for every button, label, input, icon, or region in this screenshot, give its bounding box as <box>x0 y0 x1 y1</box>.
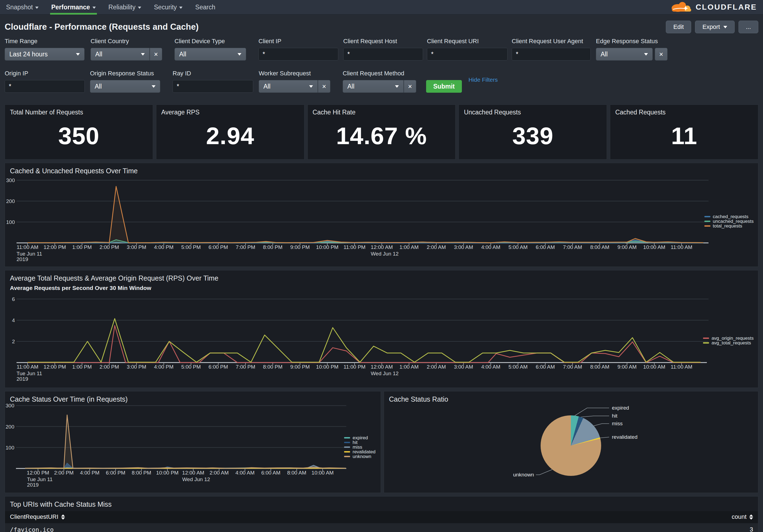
x-axis-date-label: Tue Jun 11 <box>17 251 42 257</box>
series-total_requests <box>28 187 703 243</box>
kpi-title: Average RPS <box>161 109 299 116</box>
chevron-down-icon <box>152 85 156 88</box>
nav-item-snapshot[interactable]: Snapshot <box>6 0 39 15</box>
ray-id-input[interactable] <box>172 80 253 93</box>
sort-icon <box>749 514 753 520</box>
x-axis-label: 12:00 AM <box>371 364 393 370</box>
brand-text: CLOUDFLARE <box>696 3 757 12</box>
x-axis-label: 5:00 AM <box>508 244 528 250</box>
x-axis-label: 6:00 PM <box>209 244 228 250</box>
clear-edge-response-status-button[interactable]: × <box>655 48 668 60</box>
filter-origin-response-status: Origin Response StatusAll <box>90 70 160 93</box>
x-axis-date-label: Tue Jun 11 <box>17 371 42 376</box>
chevron-down-icon <box>395 85 399 88</box>
x-axis-date-label: Tue Jun 11 <box>27 477 53 482</box>
nav-item-performance[interactable]: Performance <box>51 0 96 15</box>
x-axis-date-label: Wed Jun 12 <box>371 371 398 376</box>
client-request-host-input[interactable] <box>343 48 423 60</box>
column-header-label: count <box>732 513 746 520</box>
hide-filters-link[interactable]: Hide Filters <box>469 76 498 83</box>
kpi-title: Cached Requests <box>615 109 753 116</box>
cache-status-pie-chart[interactable] <box>541 415 601 476</box>
legend-item-unknown[interactable]: unknown <box>344 454 376 459</box>
legend-item-avg_origin_requests[interactable]: avg_origin_requests <box>703 336 754 340</box>
filter-label: Edge Response Status <box>596 38 668 45</box>
x-axis-label: 4:00 AM <box>481 364 500 370</box>
worker-subrequest-select[interactable]: All <box>259 80 318 93</box>
client-request-user-agent-input[interactable] <box>512 48 591 60</box>
filter-label: Time Range <box>5 38 84 45</box>
clear-worker-subrequest-button[interactable]: × <box>318 80 330 93</box>
x-axis-label: 9:00 AM <box>617 364 637 370</box>
kpi-card-average-rps: Average RPS2.94 <box>156 105 304 159</box>
y-axis-label: 4 <box>12 317 15 323</box>
legend-item-cached_requests[interactable]: cached_requests <box>705 214 754 219</box>
filter-control: All <box>90 80 160 93</box>
filter-label: Client Request URI <box>427 38 507 45</box>
client-request-method-select[interactable]: All <box>343 80 403 93</box>
select-value: All <box>264 83 271 90</box>
x-axis-label: 6:00 AM <box>536 244 555 250</box>
x-axis-label: 8:00 PM <box>132 470 152 476</box>
legend-swatch <box>344 442 350 443</box>
x-axis-label: 11:00 AM <box>17 364 39 370</box>
select-value: All <box>95 50 102 58</box>
client-country-select[interactable]: All <box>91 48 150 60</box>
x-axis-label: 5:00 AM <box>508 364 528 370</box>
x-axis-label: 5:00 PM <box>181 364 201 370</box>
panel-cache-status-ratio: Cache Status Ratio expiredhitmissrevalid… <box>384 391 758 493</box>
legend-item-hit[interactable]: hit <box>344 440 376 445</box>
legend-item-avg_total_requests[interactable]: avg_total_requests <box>703 340 754 345</box>
x-axis-label: 5:00 PM <box>181 244 201 250</box>
clear-client-request-method-button[interactable]: × <box>403 80 416 93</box>
legend-swatch <box>344 456 350 457</box>
column-header-clientrequesturi[interactable]: ClientRequestURI <box>5 513 659 520</box>
column-header-count[interactable]: count <box>659 513 758 520</box>
legend-label: total_requests <box>713 223 742 229</box>
panel-title: Average Total Requests & Average Origin … <box>5 270 758 282</box>
kpi-title: Cache Hit Rate <box>313 109 451 116</box>
chevron-down-icon <box>35 7 39 9</box>
more-button[interactable]: ... <box>738 21 758 33</box>
nav-item-search[interactable]: Search <box>195 0 215 15</box>
chevron-down-icon <box>76 53 80 55</box>
origin-response-status-select[interactable]: All <box>90 80 160 93</box>
origin-ip-input[interactable] <box>5 80 85 93</box>
filter-time-range: Time RangeLast 24 hours <box>5 38 84 60</box>
pie-slice-label-revalidated: revalidated <box>612 434 637 440</box>
client-ip-input[interactable] <box>259 48 338 60</box>
x-axis-label: 3:00 AM <box>454 244 473 250</box>
nav-item-reliability[interactable]: Reliability <box>108 0 141 15</box>
legend-item-expired[interactable]: expired <box>344 435 376 440</box>
x-axis-label: 10:00 AM <box>643 364 665 370</box>
edit-button[interactable]: Edit <box>666 21 691 33</box>
client-request-uri-input[interactable] <box>427 48 507 60</box>
submit-button[interactable]: Submit <box>426 80 462 93</box>
clear-client-country-button[interactable]: × <box>150 48 162 60</box>
cloudflare-cloud-icon <box>669 1 693 14</box>
chevron-down-icon <box>644 53 648 55</box>
client-device-type-select[interactable]: All <box>174 48 246 60</box>
legend-swatch <box>703 342 709 344</box>
x-axis-label: 9:00 AM <box>617 244 637 250</box>
kpi-value: 2.94 <box>161 116 299 155</box>
uri-cell: /favicon.ico <box>5 526 659 532</box>
kpi-value: 339 <box>464 116 602 155</box>
filter-control: All× <box>596 48 668 60</box>
legend-swatch <box>703 337 709 339</box>
filter-control: All× <box>259 80 330 93</box>
filter-client-request-host: Client Request Host <box>343 38 423 60</box>
export-button[interactable]: Export <box>695 21 735 33</box>
edge-response-status-select[interactable]: All <box>596 48 653 60</box>
filter-label: Client Request Method <box>343 70 416 77</box>
x-axis-label: 8:00 PM <box>263 244 283 250</box>
x-axis-label: 10:00 PM <box>316 364 338 370</box>
nav-item-label: Search <box>195 4 215 11</box>
panel-top-uris: Top URIs with Cache Status Miss ClientRe… <box>5 496 758 532</box>
nav-item-security[interactable]: Security <box>154 0 182 15</box>
legend-item-miss[interactable]: miss <box>344 445 376 449</box>
legend-item-uncached_requests[interactable]: uncached_requests <box>705 219 754 223</box>
legend-item-total_requests[interactable]: total_requests <box>705 223 754 228</box>
legend-item-revalidated[interactable]: revalidated <box>344 449 376 454</box>
time-range-select[interactable]: Last 24 hours <box>5 48 84 60</box>
